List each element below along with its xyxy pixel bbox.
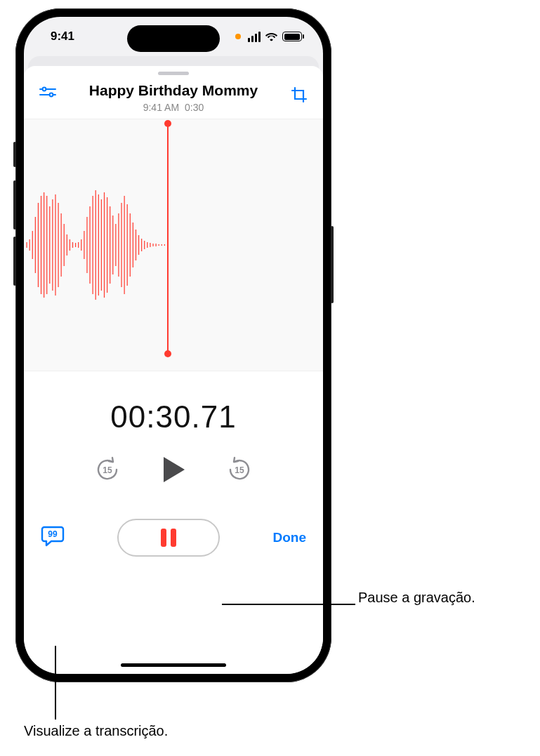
waveform-icon: [24, 175, 167, 315]
dynamic-island: [127, 25, 220, 52]
bottom-controls: 99 Done: [24, 519, 323, 557]
svg-text:99: 99: [48, 529, 58, 539]
volume-down-button: [13, 237, 16, 286]
speech-bubble-quote-icon: 99: [41, 525, 65, 548]
waveform-area[interactable]: 0:29 0:30 0:31 0:32: [24, 119, 323, 371]
crop-icon: [291, 86, 308, 103]
elapsed-time: 00:30.71: [24, 399, 323, 435]
iphone-frame: 9:41 Happy Birthday Mommy 9:41 AM0:30: [15, 8, 331, 682]
recording-sheet: Happy Birthday Mommy 9:41 AM0:30: [24, 66, 323, 674]
status-right: [235, 32, 302, 42]
recording-time-label: 9:41 AM: [143, 102, 179, 113]
status-time: 9:41: [51, 29, 74, 44]
wifi-icon: [265, 32, 278, 41]
callout-transcript: Visualize a transcrição.: [24, 723, 168, 739]
sheet-grabber[interactable]: [158, 72, 189, 75]
transport-controls: 15 15: [24, 453, 323, 486]
volume-up-button: [13, 180, 16, 230]
home-indicator[interactable]: [121, 663, 226, 667]
side-button: [331, 226, 334, 303]
svg-point-3: [50, 93, 53, 97]
status-bar: 9:41: [24, 17, 323, 56]
done-button[interactable]: Done: [273, 530, 307, 545]
play-button[interactable]: [158, 453, 189, 486]
battery-icon: [282, 32, 302, 41]
view-transcription-button[interactable]: 99: [41, 525, 65, 550]
cellular-signal-icon: [248, 32, 261, 42]
svg-text:15: 15: [235, 465, 244, 475]
recording-indicator-dot-icon: [235, 34, 241, 39]
pause-recording-button[interactable]: [117, 519, 220, 557]
recording-duration-label: 0:30: [185, 102, 204, 113]
recording-subtitle: 9:41 AM0:30: [67, 102, 279, 113]
callout-line: [55, 646, 56, 719]
recording-title[interactable]: Happy Birthday Mommy: [67, 82, 279, 99]
playback-settings-button[interactable]: [35, 82, 60, 100]
sliders-icon: [39, 86, 57, 100]
callout-line: [222, 604, 355, 605]
play-icon: [161, 456, 186, 484]
skip-back-icon: 15: [93, 456, 121, 484]
trim-button[interactable]: [287, 82, 312, 103]
recording-header: Happy Birthday Mommy 9:41 AM0:30: [24, 78, 323, 119]
svg-point-1: [43, 88, 46, 91]
skip-forward-15-button[interactable]: 15: [225, 456, 253, 484]
skip-forward-icon: 15: [225, 456, 253, 484]
mute-switch: [13, 142, 16, 167]
skip-back-15-button[interactable]: 15: [93, 456, 121, 484]
svg-text:15: 15: [103, 465, 112, 475]
pause-icon: [161, 529, 176, 547]
screen: 9:41 Happy Birthday Mommy 9:41 AM0:30: [24, 17, 323, 674]
playhead-indicator[interactable]: [167, 124, 169, 354]
callout-pause: Pause a gravação.: [358, 590, 475, 606]
